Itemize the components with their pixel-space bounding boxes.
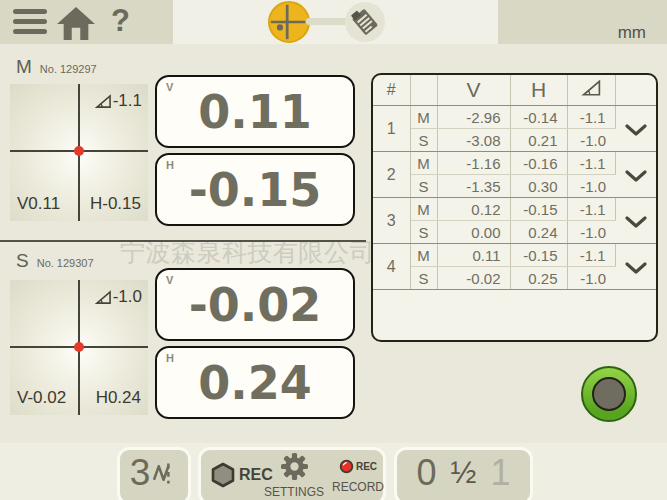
table-row: S-3.080.21-1.0 <box>373 129 656 152</box>
angle-cell: -1.1 <box>567 106 615 129</box>
start-button-core <box>592 377 626 411</box>
expand-row-button[interactable] <box>615 106 656 152</box>
row-index: 3 <box>373 198 410 244</box>
h-cell: -0.14 <box>510 106 567 129</box>
angle-cell: -1.0 <box>567 129 615 152</box>
axis-label: H <box>166 159 174 171</box>
gear-icon <box>280 452 309 481</box>
step-report-button[interactable] <box>345 2 385 42</box>
angle-icon <box>95 290 112 305</box>
laser-dot <box>74 342 84 352</box>
s-sensor-label: S <box>16 250 29 272</box>
expand-row-button[interactable] <box>615 152 656 198</box>
angle-cell: -1.1 <box>567 152 615 175</box>
m-angle-readout: -1.1 <box>95 91 142 111</box>
v-cell: -2.96 <box>437 106 510 129</box>
sensor-cell: S <box>410 267 437 290</box>
m-v-display: V 0.11 <box>155 75 355 148</box>
settings-label: SETTINGS <box>263 485 325 499</box>
laser-dot <box>74 146 84 156</box>
home-icon <box>55 5 97 42</box>
s-v-display: V -0.02 <box>155 268 355 341</box>
chevron-down-icon <box>625 170 647 182</box>
unit-label[interactable]: mm <box>588 23 646 43</box>
record-label: RECORD <box>331 480 385 494</box>
m-sensor-serial: No. 129297 <box>40 63 97 75</box>
sensor-cell: S <box>410 175 437 198</box>
header-v: V <box>437 75 510 106</box>
sensor-cell: M <box>410 244 437 267</box>
h-cell: 0.21 <box>510 129 567 152</box>
s-sensor-target: -1.0 V-0.02 H0.24 <box>10 280 148 415</box>
menu-button[interactable] <box>13 9 47 36</box>
table-row: S-1.350.30-1.0 <box>373 175 656 198</box>
position-button[interactable]: 0 ½ 1 <box>394 447 533 500</box>
menu-icon <box>13 9 47 14</box>
sensor-cell: M <box>410 152 437 175</box>
h-cell: -0.15 <box>510 244 567 267</box>
h-cell: 0.24 <box>510 221 567 244</box>
h-cell: -0.15 <box>510 198 567 221</box>
table-row: 3M0.12-0.15-1.1 <box>373 198 656 221</box>
record-rec-label: REC <box>356 461 377 472</box>
results-table-body: 1M-2.96-0.14-1.1S-3.080.21-1.02M-1.16-0.… <box>373 106 656 290</box>
s-h-value: 0.24 <box>157 348 353 417</box>
h-cell: 0.30 <box>510 175 567 198</box>
record-dot-icon <box>339 459 354 474</box>
row-index: 2 <box>373 152 410 198</box>
control-panel: REC SETTINGS REC <box>198 447 386 500</box>
step-measure-button[interactable] <box>268 1 310 43</box>
v-cell: 0.12 <box>437 198 510 221</box>
m-h-value: -0.15 <box>157 155 353 224</box>
m-v-readout: V0.11 <box>17 194 60 214</box>
axis-label: V <box>166 81 173 93</box>
h-cell: -0.16 <box>510 152 567 175</box>
axis-label: H <box>166 352 174 364</box>
s-h-readout: H0.24 <box>96 388 141 408</box>
angle-cell: -1.0 <box>567 221 615 244</box>
s-h-display: H 0.24 <box>155 346 355 419</box>
start-measure-button[interactable] <box>581 366 637 422</box>
row-index: 1 <box>373 106 410 152</box>
chevron-down-icon <box>625 216 647 228</box>
position-half: ½ <box>451 455 477 491</box>
target-crosshair-icon <box>270 3 308 41</box>
results-table: # V H 1M-2.96-0.14-1.1S-3.080.21-1.02M-1… <box>371 73 658 342</box>
s-angle-readout: -1.0 <box>95 287 142 307</box>
angle-cell: -1.1 <box>567 244 615 267</box>
m-sensor-label: M <box>16 56 32 78</box>
row-index: 4 <box>373 244 410 290</box>
sensor-cell: M <box>410 106 437 129</box>
m-v-value: 0.11 <box>157 77 353 146</box>
help-button[interactable]: ? <box>111 3 130 39</box>
record-button[interactable]: REC RECORD <box>331 459 385 494</box>
v-cell: -1.16 <box>437 152 510 175</box>
m-sensor-header: M No. 129297 <box>16 56 97 78</box>
s-sensor-serial: No. 129307 <box>37 257 94 269</box>
position-zero: 0 <box>417 452 437 494</box>
sensor-cell: M <box>410 198 437 221</box>
home-button[interactable] <box>55 5 97 46</box>
table-row: 2M-1.16-0.16-1.1 <box>373 152 656 175</box>
averaging-button[interactable]: 3 <box>117 447 191 500</box>
waveform-icon <box>153 460 178 486</box>
table-row: 1M-2.96-0.14-1.1 <box>373 106 656 129</box>
expand-row-button[interactable] <box>615 244 656 290</box>
v-cell: -1.35 <box>437 175 510 198</box>
angle-icon <box>581 79 602 97</box>
m-h-display: H -0.15 <box>155 153 355 226</box>
table-row: S-0.020.25-1.0 <box>373 267 656 290</box>
table-row: S0.000.24-1.0 <box>373 221 656 244</box>
m-h-readout: H-0.15 <box>90 194 141 214</box>
chevron-down-icon <box>625 262 647 274</box>
header-sensor <box>410 75 437 106</box>
angle-cell: -1.0 <box>567 267 615 290</box>
averaging-value: 3 <box>130 452 151 494</box>
table-header-row: # V H <box>373 75 656 106</box>
table-row: 4M0.11-0.15-1.1 <box>373 244 656 267</box>
angle-icon <box>95 94 112 109</box>
settings-button[interactable]: SETTINGS <box>263 452 325 499</box>
expand-row-button[interactable] <box>615 198 656 244</box>
v-cell: -3.08 <box>437 129 510 152</box>
report-icon <box>347 4 383 40</box>
